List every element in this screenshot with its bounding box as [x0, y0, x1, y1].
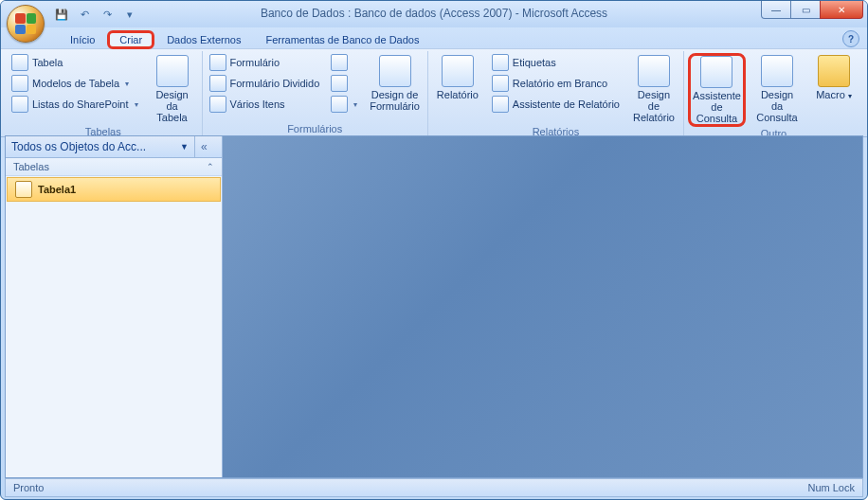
redo-icon[interactable]: ↷ [98, 5, 117, 24]
cmd-assistente-consulta-label: Assistente de Consulta [693, 90, 741, 124]
table-icon [11, 54, 28, 71]
query-wizard-icon [700, 56, 732, 88]
cmd-varios-itens[interactable]: Vários Itens [207, 95, 323, 114]
window-controls: — ▭ ✕ [762, 1, 863, 19]
nav-item-tabela1[interactable]: Tabela1 [7, 177, 221, 202]
split-form-icon [209, 75, 226, 92]
cmd-modelos-tabela[interactable]: Modelos de Tabela [9, 74, 141, 93]
document-area [223, 136, 862, 477]
cmd-macro[interactable]: Macro ▾ [808, 53, 859, 104]
qat-customize-icon[interactable]: ▾ [120, 5, 139, 24]
query-design-icon [761, 55, 793, 87]
cmd-pivot-chart[interactable] [328, 53, 360, 72]
cmd-relatorio[interactable]: Relatório [432, 53, 483, 102]
cmd-tabela-label: Tabela [32, 57, 63, 68]
report-wizard-icon [492, 96, 509, 113]
maximize-button[interactable]: ▭ [790, 1, 821, 19]
collapse-up-icon: ⌃ [207, 162, 214, 171]
close-button[interactable]: ✕ [820, 1, 863, 19]
status-right: Num Lock [807, 482, 855, 493]
sharepoint-icon [11, 96, 28, 113]
tab-ferramentas[interactable]: Ferramentas de Banco de Dados [253, 30, 431, 48]
status-bar: Pronto Num Lock [5, 478, 863, 497]
form-design-icon [379, 55, 411, 87]
cmd-sharepoint-label: Listas do SharePoint [32, 98, 129, 110]
cmd-sharepoint[interactable]: Listas do SharePoint [9, 95, 141, 114]
group-outro: Assistente de Consulta Design da Consult… [684, 51, 863, 136]
cmd-assistente-rel-label: Assistente de Relatório [513, 98, 620, 110]
app-window: 💾 ↶ ↷ ▾ Banco de Dados : Banco de dados … [0, 0, 868, 500]
cmd-design-tabela-label: Design da Tabela [151, 89, 194, 123]
ribbon-tabs: Início Criar Dados Externos Ferramentas … [1, 27, 867, 48]
cmd-design-consulta-label: Design da Consulta [755, 89, 799, 123]
quick-access-toolbar: 💾 ↶ ↷ ▾ [52, 1, 139, 27]
navigation-pane: Todos os Objetos do Acc... ▼ « Tabelas ⌃… [6, 136, 223, 477]
blank-report-icon [492, 75, 509, 92]
nav-header[interactable]: Todos os Objetos do Acc... ▼ [6, 136, 194, 158]
tab-criar[interactable]: Criar [107, 30, 154, 49]
nav-group-tables[interactable]: Tabelas ⌃ [6, 158, 222, 176]
cmd-etiquetas[interactable]: Etiquetas [489, 53, 623, 72]
table-object-icon [15, 181, 32, 198]
office-button[interactable] [7, 5, 45, 43]
cmd-formulario[interactable]: Formulário [207, 53, 323, 72]
help-icon[interactable]: ? [842, 30, 859, 47]
cmd-relatorio-branco[interactable]: Relatório em Branco [489, 74, 623, 93]
cmd-branco-label: Relatório em Branco [513, 78, 607, 89]
cmd-macro-label: Macro ▾ [816, 89, 852, 102]
tab-dados-externos[interactable]: Dados Externos [154, 30, 253, 48]
save-icon[interactable]: 💾 [52, 5, 71, 24]
cmd-assistente-relatorio[interactable]: Assistente de Relatório [489, 95, 623, 114]
minimize-button[interactable]: — [761, 1, 791, 19]
ribbon: Tabela Modelos de Tabela Listas do Share… [1, 48, 867, 137]
cmd-design-consulta[interactable]: Design da Consulta [751, 53, 803, 125]
nav-item-label: Tabela1 [38, 184, 76, 195]
cmd-dividido-label: Formulário Dividido [230, 78, 320, 89]
chevron-down-icon: ▼ [180, 142, 189, 152]
blank-form-icon [331, 75, 348, 92]
cmd-tabela[interactable]: Tabela [9, 53, 141, 72]
nav-collapse-button[interactable]: « [194, 136, 222, 158]
nav-group-label: Tabelas [13, 161, 49, 172]
cmd-design-tabela[interactable]: Design da Tabela [147, 53, 198, 125]
cmd-design-relatorio[interactable]: Design de Relatório [628, 53, 679, 125]
table-templates-icon [11, 75, 28, 92]
nav-header-label: Todos os Objetos do Acc... [11, 140, 146, 153]
work-area: Todos os Objetos do Acc... ▼ « Tabelas ⌃… [5, 135, 863, 478]
form-icon [209, 54, 226, 71]
cmd-etiquetas-label: Etiquetas [513, 57, 556, 68]
macro-icon [818, 55, 850, 87]
cmd-design-relatorio-label: Design de Relatório [632, 89, 676, 123]
report-icon [442, 55, 474, 87]
group-formularios-label: Formulários [207, 122, 424, 136]
table-design-icon [156, 55, 189, 87]
more-forms-icon [331, 96, 348, 113]
cmd-relatorio-label: Relatório [437, 89, 479, 100]
cmd-design-formulario[interactable]: Design de Formulário [366, 53, 424, 114]
tab-inicio[interactable]: Início [58, 30, 107, 48]
cmd-formulario-label: Formulário [230, 57, 280, 68]
labels-icon [492, 54, 509, 71]
multi-items-icon [209, 96, 226, 113]
group-formularios: Formulário Formulário Dividido Vários It… [203, 51, 428, 136]
cmd-design-formulario-label: Design de Formulário [370, 89, 420, 112]
report-design-icon [638, 55, 670, 87]
cmd-more-forms[interactable] [328, 95, 360, 114]
cmd-blank-form[interactable] [328, 74, 360, 93]
pivot-chart-icon [331, 54, 348, 71]
cmd-form-dividido[interactable]: Formulário Dividido [207, 74, 323, 93]
undo-icon[interactable]: ↶ [75, 5, 94, 24]
status-left: Pronto [13, 482, 44, 493]
cmd-modelos-label: Modelos de Tabela [32, 78, 119, 89]
title-bar: 💾 ↶ ↷ ▾ Banco de Dados : Banco de dados … [1, 1, 867, 27]
group-tabelas: Tabela Modelos de Tabela Listas do Share… [5, 51, 203, 136]
group-relatorios: Relatório Etiquetas Relatório em Branco … [428, 51, 684, 136]
cmd-varios-label: Vários Itens [230, 98, 285, 110]
cmd-assistente-consulta[interactable]: Assistente de Consulta [688, 53, 746, 127]
